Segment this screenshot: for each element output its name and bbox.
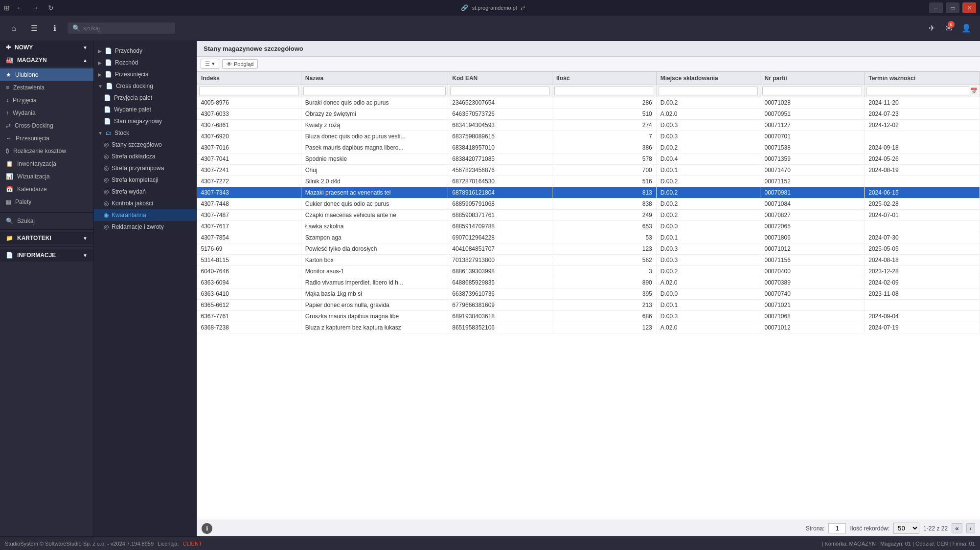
- home-button[interactable]: ⌂: [6, 21, 22, 36]
- tree-item-przesunecia[interactable]: ▶ 📄 Przesunięcia: [94, 68, 196, 80]
- user-button[interactable]: 👤: [958, 21, 974, 36]
- filter-partii-input[interactable]: [762, 87, 862, 95]
- cell-termin: 2024-07-01: [865, 210, 980, 221]
- sidebar-item-rozliczenie[interactable]: ₿ Rozliczenie kosztów: [0, 145, 93, 157]
- filter-nazwa[interactable]: [301, 85, 448, 97]
- cell-miejsce: D.00.3: [656, 255, 760, 266]
- cell-nazwa: Silnik 2.0 d4d: [301, 176, 448, 187]
- nav-forward-button[interactable]: →: [29, 3, 41, 13]
- sidebar-new-header[interactable]: ✚ NOWY ▼: [0, 41, 93, 54]
- filter-ilosc-input[interactable]: [554, 87, 654, 95]
- sidebar-item-szukaj[interactable]: 🔍 Szukaj: [0, 215, 93, 227]
- tree-item-rozchod[interactable]: ▶ 📄 Rozchód: [94, 57, 196, 68]
- cell-ean: 6837598089615: [448, 131, 552, 142]
- tree-item-kontrola-jakosci[interactable]: ◎ Kontrola jakości: [94, 198, 196, 209]
- close-button[interactable]: ✕: [962, 2, 976, 13]
- nav-back-button[interactable]: ←: [14, 3, 25, 13]
- table-row[interactable]: 4307-7343 Mazaki praesent ac venenatis t…: [197, 187, 980, 198]
- tree-item-stock[interactable]: ▼ 🗂 Stock: [94, 127, 196, 139]
- tree-item-stany-szczegolowo[interactable]: ◎ Stany szczegółowo: [94, 139, 196, 151]
- maximize-button[interactable]: ▭: [946, 2, 959, 13]
- info-button[interactable]: ℹ: [47, 21, 63, 36]
- sidebar-informacje-header[interactable]: 📄 INFORMACJE ▼: [0, 249, 93, 262]
- filter-indeks-input[interactable]: [199, 87, 299, 95]
- filter-indeks[interactable]: [197, 85, 301, 97]
- table-row[interactable]: 4307-7272 Silnik 2.0 d4d 6872870164530 5…: [197, 176, 980, 187]
- table-row[interactable]: 6368-7238 Bluza z kapturem bez kaptura ł…: [197, 322, 980, 333]
- minimize-button[interactable]: ─: [929, 2, 943, 13]
- table-row[interactable]: 4307-7448 Cukier donec quis odio ac puru…: [197, 198, 980, 210]
- sidebar-item-wydania[interactable]: ↑ Wydania: [0, 107, 93, 119]
- license-value[interactable]: CLIENT: [183, 541, 202, 547]
- filter-miejsce[interactable]: [656, 85, 760, 97]
- kartoteki-icon: 📁: [6, 235, 13, 242]
- table-row[interactable]: 4307-7241 Chuj 4567823456876 700 D.00.1 …: [197, 165, 980, 176]
- sidebar-kartoteki-header[interactable]: 📁 KARTOTEKI ▼: [0, 232, 93, 244]
- records-select[interactable]: 50 100 200: [893, 523, 919, 534]
- tree-item-przyjecia-palet[interactable]: 📄 Przyjęcia palet: [94, 92, 196, 104]
- hamburger-menu-button[interactable]: ☰ ▾: [201, 59, 219, 69]
- table-row[interactable]: 4307-7041 Spodnie męskie 6838420771085 5…: [197, 154, 980, 165]
- cell-nazwa: Obrazy ze świętymi: [301, 109, 448, 120]
- sidebar-divider-1: [0, 212, 93, 213]
- menu-button[interactable]: ☰: [26, 21, 42, 36]
- filter-miejsce-input[interactable]: [659, 87, 758, 95]
- filter-termin[interactable]: 📅: [865, 85, 980, 97]
- tree-item-strefa-kompletacji[interactable]: ◎ Strefa kompletacji: [94, 174, 196, 186]
- info-circle-button[interactable]: ℹ: [202, 523, 212, 534]
- sidebar-item-wizualizacja[interactable]: 📊 Wizualizacja: [0, 170, 93, 183]
- table-row[interactable]: 5176-69 Powieść tylko dla dorosłych 4041…: [197, 243, 980, 255]
- table-row[interactable]: 4307-7487 Czapki maecenas vehicula ante …: [197, 210, 980, 221]
- filter-nazwa-input[interactable]: [303, 87, 446, 95]
- sidebar-item-inwentaryzacja[interactable]: 📋 Inwentaryzacja: [0, 157, 93, 170]
- tree-item-wydanie-palet[interactable]: 📄 Wydanie palet: [94, 104, 196, 115]
- cell-ean: 7013827913800: [448, 255, 552, 266]
- plane-icon-button[interactable]: ✈: [924, 21, 939, 36]
- filter-partii[interactable]: [760, 85, 865, 97]
- sidebar-warehouse-header[interactable]: 🏭 MAGAZYN ▲: [0, 54, 93, 66]
- filter-ean-input[interactable]: [450, 87, 550, 95]
- tree-item-strefa-odkladcza[interactable]: ◎ Strefa odkładcza: [94, 151, 196, 162]
- tree-item-stan-magazynowy[interactable]: 📄 Stan magazynowy: [94, 115, 196, 127]
- first-page-button[interactable]: «: [952, 523, 962, 533]
- prev-page-button[interactable]: ‹: [966, 523, 975, 533]
- tree-item-cross-docking[interactable]: ▼ 📄 Cross docking: [94, 80, 196, 92]
- table-row[interactable]: 4307-6033 Obrazy ze świętymi 64635705737…: [197, 109, 980, 120]
- statusbar-right: | Komórka: MAGAZYN | Magazyn: 01 | Oddzi…: [822, 541, 975, 547]
- table-row[interactable]: 4307-6920 Bluza donec quis odio ac purus…: [197, 131, 980, 142]
- tree-item-przychody[interactable]: ▶ 📄 Przychody: [94, 45, 196, 57]
- tree-item-reklamacje[interactable]: ◎ Reklamacje i zwroty: [94, 221, 196, 233]
- tree-item-strefa-przyrampowa[interactable]: ◎ Strefa przyrampowa: [94, 162, 196, 174]
- sidebar-item-przesunecia[interactable]: ↔ Przesunięcia: [0, 132, 93, 145]
- tree-item-kwarantanna[interactable]: ◉ Kwarantanna: [94, 209, 196, 221]
- table-row[interactable]: 4307-7016 Pasek mauris dapibus magna lib…: [197, 142, 980, 154]
- filter-termin-input[interactable]: [866, 87, 969, 95]
- filter-ilosc[interactable]: [552, 85, 657, 97]
- sidebar-item-ulubione[interactable]: ★ Ulubione: [0, 68, 93, 81]
- table-row[interactable]: 4307-7617 Ławka szkolna 6885914709788 65…: [197, 221, 980, 232]
- table-row[interactable]: 6365-6612 Papier donec eros nulla, gravi…: [197, 300, 980, 311]
- cell-miejsce: D.00.2: [656, 97, 760, 109]
- sidebar-item-zestawienia[interactable]: ≡ Zestawienia: [0, 81, 93, 94]
- notification-button[interactable]: ✉ 6: [945, 23, 953, 34]
- table-row[interactable]: 4307-6861 Kwiaty z różą 6834194304593 27…: [197, 120, 980, 131]
- table-row[interactable]: 6363-6410 Mąka basia 1kg mb sł 663873961…: [197, 288, 980, 300]
- tree-item-strefa-wydan[interactable]: ◎ Strefa wydań: [94, 186, 196, 198]
- cell-ean: 4041084851707: [448, 243, 552, 255]
- table-row[interactable]: 4005-8976 Buraki donec quis odio ac puru…: [197, 97, 980, 109]
- sidebar-item-cross-docking[interactable]: ⇄ Cross-Docking: [0, 119, 93, 132]
- sidebar-item-kalendarze[interactable]: 📅 Kalendarze: [0, 183, 93, 196]
- table-row[interactable]: 6040-7646 Monitor asus-1 6886139303998 3…: [197, 266, 980, 277]
- sidebar-item-palety[interactable]: ▦ Palety: [0, 196, 93, 208]
- nav-refresh-button[interactable]: ↻: [45, 3, 57, 13]
- filter-ean[interactable]: [448, 85, 552, 97]
- page-input[interactable]: [828, 523, 846, 533]
- cell-partii: 00071359: [760, 154, 865, 165]
- sidebar-item-przyjecia[interactable]: ↓ Przyjęcia: [0, 94, 93, 107]
- table-row[interactable]: 5314-8115 Karton box 7013827913800 562 D…: [197, 255, 980, 266]
- table-row[interactable]: 6367-7761 Gruszka mauris dapibus magna l…: [197, 311, 980, 322]
- podglad-button[interactable]: 👁 Podgląd: [222, 59, 258, 69]
- table-row[interactable]: 6363-6094 Radio vivamus imperdiet, liber…: [197, 277, 980, 288]
- table-row[interactable]: 4307-7854 Szampon aga 6907012964228 53 D…: [197, 232, 980, 243]
- search-input[interactable]: [83, 25, 161, 32]
